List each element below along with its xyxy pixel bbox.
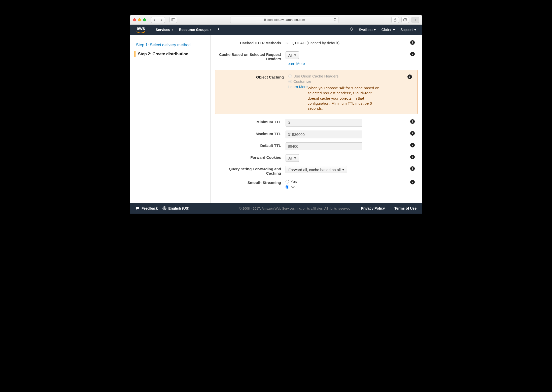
support-label: Support <box>400 28 413 32</box>
row-cache-headers: Cache Based on Selected Request Headers … <box>215 51 418 66</box>
label-cached-methods: Cached HTTP Methods <box>215 40 286 45</box>
aws-nav-left: Services ▾ Resource Groups ▾ <box>156 28 221 32</box>
sidebar-toggle-button[interactable] <box>169 17 177 23</box>
close-window-button[interactable] <box>133 18 136 21</box>
chevron-down-icon: ▾ <box>414 28 416 32</box>
row-cached-methods: Cached HTTP Methods GET, HEAD (Cached by… <box>215 40 418 47</box>
row-smooth-streaming: Smooth Streaming Yes No i <box>215 179 418 189</box>
radio-smooth-no-input[interactable] <box>286 185 289 189</box>
row-max-ttl: Maximum TTL i <box>215 131 418 138</box>
support-menu[interactable]: Support ▾ <box>400 28 416 32</box>
aws-nav-right: Svetlana ▾ Global ▾ Support ▾ <box>349 27 416 32</box>
forward-button[interactable] <box>158 17 165 23</box>
user-label: Svetlana <box>359 28 372 32</box>
label-default-ttl: Default TTL <box>215 142 286 148</box>
label-max-ttl: Maximum TTL <box>215 131 286 136</box>
chevron-down-icon: ▾ <box>172 28 173 31</box>
chevron-down-icon: ▾ <box>294 53 296 57</box>
input-default-ttl <box>286 142 362 150</box>
info-icon[interactable]: i <box>410 131 415 136</box>
row-query-string: Query String Forwarding and Caching Forw… <box>215 166 418 175</box>
object-caching-note: When you choose 'All' for 'Cache based o… <box>308 86 381 111</box>
wizard-step-1[interactable]: Step 1: Select delivery method <box>134 42 206 48</box>
privacy-link[interactable]: Privacy Policy <box>361 206 385 210</box>
notifications-icon[interactable] <box>349 27 353 32</box>
value-cached-methods: GET, HEAD (Cached by default) <box>286 40 339 45</box>
select-query-string[interactable]: Forward all, cache based on all ▾ <box>286 166 347 173</box>
select-value: Forward all, cache based on all <box>288 168 341 172</box>
label-object-caching: Object Caching <box>218 74 288 79</box>
account-menu[interactable]: Svetlana ▾ <box>359 28 376 32</box>
svg-rect-0 <box>171 18 175 21</box>
radio-customize: Customize <box>288 79 311 84</box>
select-cache-headers[interactable]: All ▾ <box>286 51 299 59</box>
wizard-sidebar: Step 1: Select delivery method Step 2: C… <box>130 35 211 203</box>
learn-more-link[interactable]: Learn More <box>286 61 305 66</box>
row-min-ttl: Minimum TTL i <box>215 119 418 127</box>
resource-groups-label: Resource Groups <box>179 28 209 32</box>
aws-top-nav: aws Services ▾ Resource Groups ▾ Svetlan… <box>130 25 422 35</box>
radio-customize-input <box>288 80 292 83</box>
chevron-down-icon: ▾ <box>210 28 211 31</box>
address-bar-wrap: console.aws.amazon.com <box>180 17 389 23</box>
copyright-text: © 2008 - 2017, Amazon Web Services, Inc.… <box>239 207 352 210</box>
info-icon[interactable]: i <box>407 74 412 79</box>
language-label: English (US) <box>168 206 189 210</box>
fullscreen-window-button[interactable] <box>143 18 146 21</box>
radio-smooth-yes-input[interactable] <box>286 180 289 183</box>
browser-titlebar: console.aws.amazon.com <box>130 15 422 25</box>
window-controls <box>133 18 146 21</box>
info-icon[interactable]: i <box>410 166 415 171</box>
chevron-down-icon: ▾ <box>393 28 395 32</box>
wizard-step-2: Step 2: Create distribution <box>134 51 206 57</box>
region-menu[interactable]: Global ▾ <box>381 28 395 32</box>
chevron-down-icon: ▾ <box>294 156 296 160</box>
select-value: All <box>288 53 293 57</box>
back-button[interactable] <box>151 17 158 23</box>
minimize-window-button[interactable] <box>138 18 141 21</box>
radio-smooth-yes[interactable]: Yes <box>286 179 297 184</box>
label-query-string: Query String Forwarding and Caching <box>215 166 286 175</box>
input-min-ttl <box>286 119 362 127</box>
label-smooth-streaming: Smooth Streaming <box>215 179 286 185</box>
region-label: Global <box>381 28 391 32</box>
radio-use-origin: Use Origin Cache Headers <box>288 74 338 78</box>
services-label: Services <box>156 28 170 32</box>
address-bar[interactable]: console.aws.amazon.com <box>230 17 338 23</box>
reload-icon[interactable] <box>333 18 337 22</box>
info-icon[interactable]: i <box>410 155 415 159</box>
info-icon[interactable]: i <box>410 40 415 45</box>
aws-logo[interactable]: aws <box>136 26 146 34</box>
select-forward-cookies[interactable]: All ▾ <box>286 154 299 162</box>
radio-smooth-no[interactable]: No <box>286 185 295 189</box>
learn-more-link[interactable]: Learn More <box>288 85 308 89</box>
toolbar-right <box>391 17 419 23</box>
info-icon[interactable]: i <box>410 52 415 56</box>
pin-icon[interactable] <box>217 28 221 32</box>
svg-rect-5 <box>404 19 406 21</box>
input-max-ttl <box>286 131 362 138</box>
nav-buttons <box>151 17 165 23</box>
info-icon[interactable]: i <box>410 119 415 124</box>
services-menu[interactable]: Services ▾ <box>156 28 173 32</box>
lock-icon <box>263 18 266 22</box>
tabs-button[interactable] <box>401 17 409 23</box>
new-tab-button[interactable] <box>411 17 419 23</box>
browser-window: console.aws.amazon.com aws <box>130 15 422 214</box>
terms-link[interactable]: Terms of Use <box>394 206 417 210</box>
radio-customize-label: Customize <box>293 79 311 84</box>
label-forward-cookies: Forward Cookies <box>215 154 286 160</box>
info-icon[interactable]: i <box>410 143 415 147</box>
radio-smooth-no-label: No <box>291 185 295 189</box>
radio-smooth-yes-label: Yes <box>291 179 297 184</box>
resource-groups-menu[interactable]: Resource Groups ▾ <box>179 28 211 32</box>
info-icon[interactable]: i <box>410 180 415 184</box>
feedback-button[interactable]: Feedback <box>135 206 158 210</box>
main-content: Step 1: Select delivery method Step 2: C… <box>130 35 422 203</box>
chevron-down-icon: ▾ <box>342 167 344 172</box>
select-value: All <box>288 156 293 160</box>
radio-use-origin-label: Use Origin Cache Headers <box>293 74 338 78</box>
language-selector[interactable]: English (US) <box>162 206 189 210</box>
share-button[interactable] <box>391 17 399 23</box>
url-text: console.aws.amazon.com <box>267 18 305 22</box>
